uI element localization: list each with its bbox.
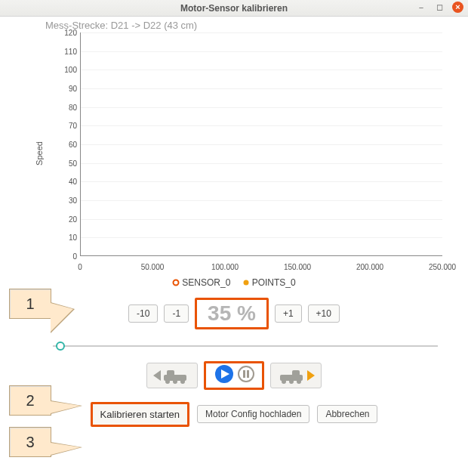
pause-button[interactable] (238, 366, 254, 385)
pause-icon (238, 366, 254, 382)
legend-label: SENSOR_0 (182, 277, 230, 288)
chart-legend: SENSOR_0 POINTS_0 (0, 277, 468, 289)
svg-point-15 (282, 379, 286, 384)
svg-point-5 (165, 379, 170, 384)
callout-2: 2 (9, 385, 51, 416)
svg-point-16 (289, 379, 294, 384)
y-tick: 110 (50, 47, 77, 55)
window-title: Motor-Sensor kalibrieren (0, 3, 468, 14)
play-button[interactable] (214, 363, 235, 387)
slider-thumb[interactable] (56, 342, 65, 351)
y-grid (80, 237, 442, 238)
y-tick: 90 (50, 85, 77, 93)
x-tick: 150.000 (284, 263, 311, 271)
circle-icon (242, 278, 250, 289)
speed-unit: % (237, 301, 256, 325)
play-pause-group (204, 361, 264, 390)
speed-value: 35 (208, 301, 231, 325)
calibrate-button[interactable]: Kalibrieren starten (91, 402, 190, 427)
speed-plus-1-button[interactable]: +1 (275, 304, 302, 323)
forward-button[interactable] (270, 363, 322, 388)
y-grid (80, 219, 442, 220)
y-grid (80, 144, 442, 145)
legend-label: POINTS_0 (252, 277, 296, 288)
x-tick: 0 (78, 263, 82, 271)
y-tick: 100 (50, 66, 77, 74)
y-tick: 20 (50, 215, 77, 223)
x-tick: 200.000 (356, 263, 383, 271)
speed-plus-10-button[interactable]: +10 (308, 304, 340, 323)
speed-minus-10-button[interactable]: -10 (128, 304, 158, 323)
y-tick: 60 (50, 141, 77, 149)
svg-rect-11 (243, 370, 245, 378)
titlebar: Motor-Sensor kalibrieren − ◻ × (0, 0, 468, 17)
svg-rect-12 (247, 370, 249, 378)
y-tick: 120 (50, 29, 77, 37)
minimize-icon[interactable]: − (416, 2, 426, 13)
svg-point-6 (173, 379, 177, 384)
y-tick: 80 (50, 103, 77, 111)
chart-area: Speed 0102030405060708090100110120050.00… (5, 32, 463, 274)
speed-minus-1-button[interactable]: -1 (164, 304, 189, 323)
speed-value-display: 35 % (195, 298, 269, 329)
legend-item-points: POINTS_0 (242, 277, 296, 288)
y-grid (80, 51, 442, 52)
train-right-icon (277, 367, 315, 384)
x-tick: 100.000 (211, 263, 239, 271)
train-left-icon (153, 367, 191, 384)
svg-point-17 (297, 379, 301, 384)
svg-marker-18 (307, 370, 315, 381)
callout-1: 1 (9, 289, 51, 319)
svg-point-1 (243, 280, 248, 285)
window-controls: − ◻ × (416, 2, 463, 13)
svg-point-0 (174, 280, 179, 285)
play-icon (214, 363, 235, 385)
y-tick: 30 (50, 196, 77, 205)
svg-point-7 (180, 379, 185, 384)
y-tick: 70 (50, 122, 77, 130)
y-tick: 40 (50, 178, 77, 186)
reverse-button[interactable] (146, 363, 198, 388)
slider-track (53, 345, 438, 347)
circle-open-icon (172, 278, 180, 289)
y-grid (80, 32, 442, 33)
y-grid (80, 181, 442, 182)
svg-rect-14 (292, 370, 300, 376)
speed-slider[interactable] (53, 340, 438, 352)
direction-controls (0, 361, 468, 390)
close-icon[interactable]: × (452, 2, 463, 13)
upload-config-button[interactable]: Motor Config hochladen (197, 405, 309, 423)
y-grid (80, 163, 442, 164)
y-tick: 0 (50, 252, 77, 261)
callout-3: 3 (9, 427, 51, 457)
svg-marker-2 (153, 370, 161, 381)
cancel-button[interactable]: Abbrechen (317, 405, 377, 423)
x-tick: 250.000 (429, 263, 456, 271)
svg-point-10 (239, 366, 254, 382)
y-grid (80, 70, 442, 70)
y-grid (80, 200, 442, 201)
y-grid (80, 88, 442, 89)
y-grid (80, 107, 442, 108)
maximize-icon[interactable]: ◻ (434, 2, 445, 13)
svg-rect-4 (167, 370, 174, 376)
x-tick: 50.000 (141, 263, 165, 271)
y-tick: 50 (50, 159, 77, 167)
y-tick: 10 (50, 233, 77, 242)
y-axis-label: Speed (35, 141, 44, 165)
legend-item-sensor: SENSOR_0 (172, 277, 232, 288)
y-grid (80, 125, 442, 126)
